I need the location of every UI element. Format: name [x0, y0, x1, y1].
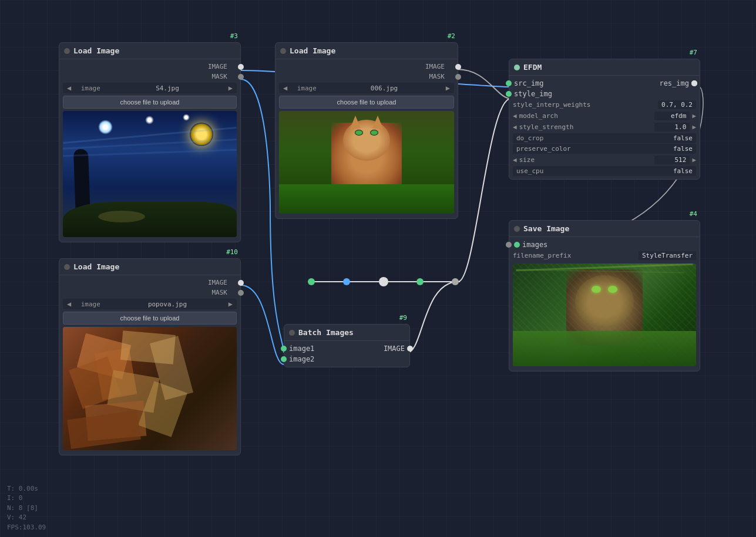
port-image2-9 — [281, 356, 287, 362]
port-label-style-img-7: style_img — [514, 90, 552, 98]
node-load-image-3: #3 Load Image IMAGE MASK ◀ image S4.jpg … — [59, 42, 241, 242]
param-label-crop: do_crop — [516, 134, 543, 142]
param-row-size: ◀ size 512 ▶ — [509, 154, 700, 166]
node-id-4: #4 — [690, 210, 697, 218]
node-header-7: EFDM — [509, 59, 700, 76]
param-val-color: false — [673, 145, 693, 153]
port-row-image-out-10: IMAGE — [59, 278, 240, 288]
node-status-dot-4 — [514, 226, 520, 232]
image-preview-10 — [63, 327, 237, 450]
node-load-image-10: #10 Load Image IMAGE MASK ◀ image popova… — [59, 258, 241, 455]
node-id-3: #3 — [230, 32, 238, 40]
node-header-3: Load Image — [59, 43, 240, 59]
arrow-left-size[interactable]: ◀ — [513, 156, 517, 164]
param-val-cpu: false — [673, 167, 693, 175]
node-body-2: IMAGE MASK ◀ image 006.jpg ▶ choose file… — [275, 59, 458, 218]
filename-2: 006.jpg — [324, 85, 444, 92]
arrow-right-size[interactable]: ▶ — [692, 156, 696, 164]
param-label-interp: style_interp_weights — [513, 101, 656, 109]
svg-point-4 — [416, 278, 424, 285]
param-val-crop: false — [673, 134, 693, 142]
param-row-strength: ◀ style_strength 1.0 ▶ — [509, 121, 700, 133]
file-row-2: ◀ image 006.jpg ▶ — [279, 83, 454, 93]
port-images-4b — [514, 242, 520, 248]
arrow-right-10[interactable]: ▶ — [227, 300, 234, 308]
port-mask-out-3 — [238, 74, 244, 80]
filename-10: popova.jpg — [108, 300, 227, 308]
filename-display-3: image — [73, 85, 108, 92]
arrow-left-2[interactable]: ◀ — [281, 84, 289, 92]
param-val-size: 512 — [654, 156, 690, 164]
port-src-img-7 — [506, 80, 512, 86]
arrow-right-3[interactable]: ▶ — [227, 84, 234, 92]
arrow-left-arch[interactable]: ◀ — [513, 112, 517, 120]
node-body-4: images filename_prefix StyleTransfer — [509, 237, 700, 371]
node-body-9: image1 IMAGE image2 — [284, 341, 409, 367]
node-header-9: Batch Images — [284, 325, 409, 341]
status-fps: FPS:103.09 — [7, 523, 46, 533]
node-body-3: IMAGE MASK ◀ image S4.jpg ▶ choose file … — [59, 59, 240, 242]
port-image-out-3 — [238, 64, 244, 70]
image-preview-2 — [279, 111, 454, 214]
node-header-4: Save Image — [509, 221, 700, 237]
node-status-dot-3 — [64, 48, 70, 54]
param-row-crop: do_crop false — [513, 133, 696, 143]
arrow-right-arch[interactable]: ▶ — [692, 112, 696, 120]
port-label-image-3: IMAGE — [208, 63, 227, 70]
node-status-dot-2 — [280, 48, 286, 54]
arrow-left-10[interactable]: ◀ — [65, 300, 73, 308]
port-label-mask-2: MASK — [429, 73, 445, 80]
node-title-9: Batch Images — [298, 328, 354, 337]
param-row-prefix: filename_prefix StyleTransfer — [509, 250, 700, 261]
port-image-out-10 — [238, 280, 244, 286]
node-header-2: Load Image — [275, 43, 458, 59]
port-mask-out-10 — [238, 290, 244, 296]
port-mask-out-2 — [455, 74, 461, 80]
node-header-10: Load Image — [59, 259, 240, 275]
arrow-right-2[interactable]: ▶ — [444, 84, 452, 92]
port-row-image-out-3: IMAGE — [59, 62, 240, 72]
param-row-interp: style_interp_weights 0.7, 0.2 — [509, 99, 700, 110]
port-row-mask-out-2: MASK — [275, 72, 458, 82]
port-label-image-2: IMAGE — [425, 63, 445, 70]
port-label-images-4: images — [522, 241, 547, 249]
param-label-strength: style_strength — [519, 123, 653, 131]
port-label-image-10: IMAGE — [208, 279, 227, 286]
node-id-9: #9 — [399, 314, 407, 322]
node-status-dot-7 — [514, 65, 520, 70]
node-status-dot-10 — [64, 264, 70, 270]
param-label-color: preserve_color — [516, 145, 571, 153]
filename-label-2: image — [289, 85, 324, 92]
param-label-prefix: filename_prefix — [513, 252, 636, 259]
status-i: I: 0 — [7, 494, 46, 504]
node-title-10: Load Image — [73, 262, 119, 271]
param-label-arch: model_arch — [519, 112, 653, 120]
status-v: V: 42 — [7, 513, 46, 523]
param-label-cpu: use_cpu — [516, 167, 543, 175]
port-label-res-img-7: res_img — [659, 79, 689, 87]
port-label-image1-9: image1 — [289, 345, 314, 353]
choose-file-btn-3[interactable]: choose file to upload — [63, 96, 237, 109]
port-label-image2-9: image2 — [289, 355, 314, 363]
port-image-out-2 — [455, 64, 461, 70]
node-body-7: src_img res_img style_img style_interp_w… — [509, 76, 700, 179]
arrow-right-strength[interactable]: ▶ — [692, 123, 696, 131]
port-style-img-7 — [506, 91, 512, 97]
param-label-size: size — [519, 156, 653, 164]
file-row-3: ◀ image S4.jpg ▶ — [63, 83, 237, 93]
image-preview-3 — [63, 111, 237, 237]
port-label-image-out-9: IMAGE — [384, 345, 405, 353]
filename-label-10: image — [73, 300, 108, 308]
arrow-left-3[interactable]: ◀ — [65, 84, 73, 92]
choose-file-btn-2[interactable]: choose file to upload — [279, 96, 454, 109]
choose-file-btn-10[interactable]: choose file to upload — [63, 312, 237, 325]
port-res-img-7b — [691, 80, 697, 86]
svg-point-1 — [308, 278, 315, 285]
node-title-3: Load Image — [73, 46, 119, 55]
port-label-mask-3: MASK — [212, 73, 228, 80]
output-image-preview-4 — [513, 264, 696, 366]
arrow-left-strength[interactable]: ◀ — [513, 123, 517, 131]
node-batch-images-9: #9 Batch Images image1 IMAGE image2 — [284, 324, 410, 367]
node-efdm-7: #7 EFDM src_img res_img style_img style_… — [509, 59, 700, 180]
svg-point-2 — [343, 278, 350, 285]
